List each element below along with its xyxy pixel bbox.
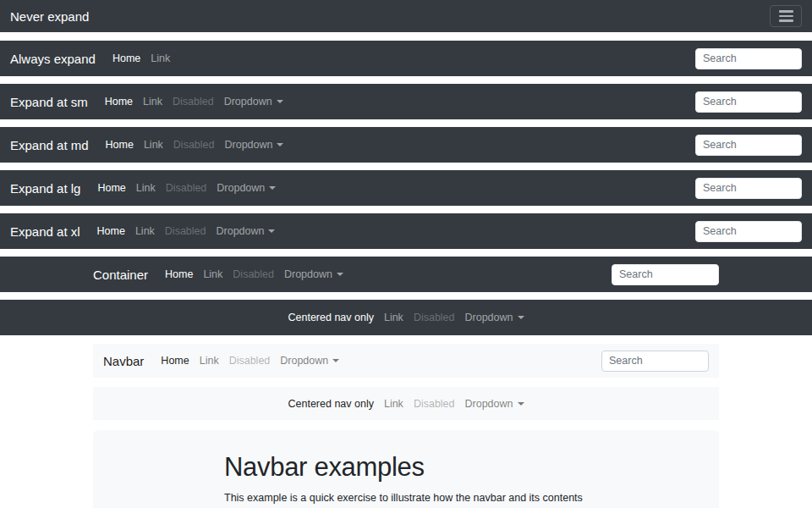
search-input[interactable]: [612, 264, 719, 285]
hamburger-icon: [779, 15, 793, 18]
navbar-expand-sm: Expand at sm Home Link Disabled Dropdown: [0, 84, 812, 119]
nav-link-home[interactable]: Home: [101, 139, 139, 151]
navbar-centered-dark: Centered nav only Link Disabled Dropdown: [0, 300, 812, 335]
dropdown-label: Dropdown: [284, 268, 332, 280]
navbar-always-expand: Always expand Home Link: [0, 41, 812, 76]
brand-expand-xl[interactable]: Expand at xl: [10, 224, 80, 239]
navbar-expand-md: Expand at md Home Link Disabled Dropdown: [0, 127, 812, 163]
nav-link-home[interactable]: Home: [92, 182, 130, 194]
caret-down-icon: [277, 100, 283, 103]
nav-link-dropdown[interactable]: Dropdown: [460, 312, 529, 323]
search-input[interactable]: [695, 91, 802, 113]
navbar-centered-light: Centered nav only Link Disabled Dropdown: [93, 387, 719, 420]
nav-link-link[interactable]: Link: [130, 225, 160, 237]
nav-link-dropdown[interactable]: Dropdown: [219, 139, 288, 151]
dropdown-label: Dropdown: [216, 225, 264, 237]
caret-down-icon: [332, 359, 339, 362]
caret-down-icon: [337, 273, 343, 276]
navbar-expand-lg: Expand at lg Home Link Disabled Dropdown: [0, 170, 812, 206]
nav-link-disabled: Disabled: [167, 96, 219, 108]
brand-expand-sm[interactable]: Expand at sm: [10, 95, 88, 109]
nav-link-link[interactable]: Link: [379, 398, 409, 410]
nav-link-home[interactable]: Home: [160, 268, 198, 280]
navbar-never-expand: Never expand: [0, 0, 812, 32]
caret-down-icon: [268, 229, 275, 233]
nav-link-link[interactable]: Link: [145, 52, 175, 64]
nav-link-link[interactable]: Link: [198, 268, 228, 280]
nav-link-home[interactable]: Home: [156, 355, 194, 367]
nav-link-home[interactable]: Home: [107, 52, 145, 64]
search-input[interactable]: [695, 135, 802, 156]
brand-always-expand[interactable]: Always expand: [10, 52, 96, 66]
navbar-container-inner: Container Home Link Disabled Dropdown: [93, 264, 719, 285]
nav-link-link[interactable]: Link: [195, 355, 224, 367]
brand-expand-md[interactable]: Expand at md: [10, 138, 89, 152]
intro-text-start: This example is a quick exercise to illu…: [224, 492, 599, 508]
nav-link-home[interactable]: Home: [100, 96, 138, 108]
nav-link-dropdown[interactable]: Dropdown: [211, 182, 281, 194]
brand-never-expand[interactable]: Never expand: [10, 9, 89, 24]
dropdown-label: Dropdown: [224, 96, 272, 108]
nav-link-dropdown[interactable]: Dropdown: [279, 268, 348, 280]
dropdown-label: Dropdown: [465, 312, 513, 323]
nav-link-home[interactable]: Home: [92, 225, 130, 237]
brand-container[interactable]: Container: [93, 268, 148, 282]
brand-expand-lg[interactable]: Expand at lg: [10, 181, 80, 196]
dropdown-label: Dropdown: [280, 355, 328, 367]
search-input[interactable]: [695, 178, 802, 199]
page-title: Navbar examples: [224, 452, 719, 483]
nav-link-disabled: Disabled: [161, 182, 212, 194]
caret-down-icon: [277, 143, 283, 146]
hamburger-icon: [779, 10, 793, 13]
navbar-container: Container Home Link Disabled Dropdown: [0, 257, 812, 292]
caret-down-icon: [518, 316, 524, 319]
dropdown-label: Dropdown: [465, 398, 513, 410]
brand-navbar[interactable]: Navbar: [103, 354, 144, 368]
search-input[interactable]: [601, 351, 709, 372]
nav-link-link[interactable]: Link: [138, 96, 167, 108]
nav-link-dropdown[interactable]: Dropdown: [219, 96, 288, 108]
nav-link-disabled: Disabled: [168, 139, 220, 151]
caret-down-icon: [518, 402, 524, 406]
navbar-expand-xl: Expand at xl Home Link Disabled Dropdown: [0, 213, 812, 249]
nav-link-disabled: Disabled: [228, 268, 279, 280]
search-input[interactable]: [695, 48, 802, 69]
nav-link-disabled: Disabled: [409, 398, 460, 410]
nav-link-link[interactable]: Link: [139, 139, 168, 151]
dropdown-label: Dropdown: [224, 139, 272, 151]
jumbotron: Navbar examples This example is a quick …: [93, 430, 719, 508]
dropdown-label: Dropdown: [217, 182, 265, 194]
nav-link-centered-nav-only[interactable]: Centered nav only: [283, 312, 378, 323]
navbar-toggler-button[interactable]: [770, 5, 802, 27]
nav-link-dropdown[interactable]: Dropdown: [275, 355, 344, 367]
nav-link-centered-nav-only[interactable]: Centered nav only: [283, 398, 378, 410]
caret-down-icon: [269, 186, 276, 190]
nav-link-disabled: Disabled: [160, 225, 211, 237]
nav-link-dropdown[interactable]: Dropdown: [460, 398, 529, 410]
nav-link-dropdown[interactable]: Dropdown: [211, 225, 280, 237]
intro-paragraph: This example is a quick exercise to illu…: [224, 491, 601, 508]
search-input[interactable]: [695, 221, 802, 242]
nav-link-disabled: Disabled: [224, 355, 276, 367]
nav-link-link[interactable]: Link: [131, 182, 161, 194]
navbar-light: Navbar Home Link Disabled Dropdown: [93, 344, 719, 378]
nav-link-disabled: Disabled: [409, 312, 460, 323]
hamburger-icon: [779, 19, 793, 22]
nav-link-link[interactable]: Link: [379, 312, 409, 323]
